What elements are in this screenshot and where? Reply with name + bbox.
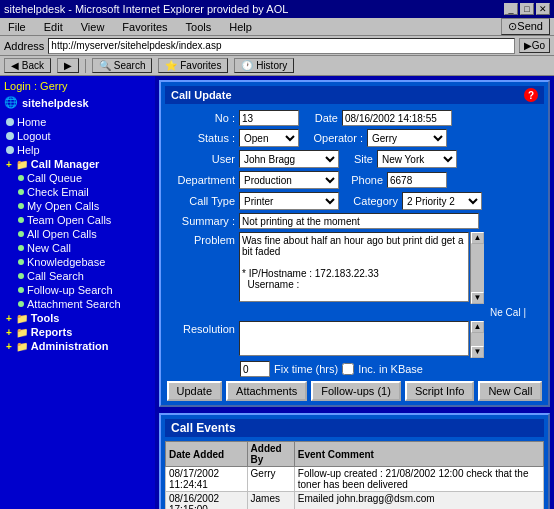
folder-icon: 📁	[16, 159, 28, 170]
attachments-button[interactable]: Attachments	[226, 381, 307, 401]
status-select[interactable]: Open Closed Pending	[239, 129, 299, 147]
sidebar-item-team-open-calls[interactable]: Team Open Calls	[4, 213, 151, 227]
close-button[interactable]: ✕	[536, 3, 550, 15]
inc-kbase-label: Inc. in KBase	[358, 363, 423, 375]
sidebar-item-call-manager[interactable]: + 📁 Call Manager	[4, 157, 151, 171]
event-date-1: 08/16/2002 17:15:00	[166, 492, 248, 510]
calltype-label: Call Type	[165, 195, 235, 207]
sidebar-item-logout[interactable]: Logout	[4, 129, 151, 143]
events-table: Date Added Added By Event Comment 08/17/…	[165, 441, 544, 509]
menu-file[interactable]: File	[4, 20, 30, 34]
menu-edit[interactable]: Edit	[40, 20, 67, 34]
category-select[interactable]: 2 Priority 2	[402, 192, 482, 210]
folder-icon: 📁	[16, 327, 28, 338]
minimize-button[interactable]: _	[504, 3, 518, 15]
subitem-icon	[18, 175, 24, 181]
help-icon[interactable]: ?	[524, 88, 538, 102]
sidebar-item-check-email[interactable]: Check Email	[4, 185, 151, 199]
sidebar-item-followup-search[interactable]: Follow-up Search	[4, 283, 151, 297]
menu-view[interactable]: View	[77, 20, 109, 34]
title-bar: sitehelpdesk - Microsoft Internet Explor…	[0, 0, 554, 18]
dept-select[interactable]: Production	[239, 171, 339, 189]
resolution-row: Resolution ▲ ▼	[165, 321, 544, 358]
inc-kbase-checkbox[interactable]	[342, 363, 354, 375]
problem-textarea[interactable]: Was fine about half an hour ago but prin…	[239, 232, 469, 302]
sidebar: Login : Gerry 🌐 sitehelpdesk Home Logout…	[0, 76, 155, 509]
forward-button[interactable]: ▶	[57, 58, 79, 73]
favorites-button[interactable]: ⭐ Favorites	[158, 58, 228, 73]
menu-favorites[interactable]: Favorites	[118, 20, 171, 34]
col-added-by: Added By	[247, 442, 294, 467]
resolution-scrollbar[interactable]: ▲ ▼	[470, 321, 484, 358]
event-by-1: James	[247, 492, 294, 510]
update-button[interactable]: Update	[167, 381, 222, 401]
menu-tools[interactable]: Tools	[182, 20, 216, 34]
window-controls: _ □ ✕	[504, 3, 550, 15]
menu-bar: File Edit View Favorites Tools Help ⊙Sen…	[0, 18, 554, 36]
event-by-0: Gerry	[247, 467, 294, 492]
calltype-select[interactable]: Printer	[239, 192, 339, 210]
date-input[interactable]	[342, 110, 452, 126]
followups-button[interactable]: Follow-ups (1)	[311, 381, 401, 401]
sidebar-item-call-queue[interactable]: Call Queue	[4, 171, 151, 185]
sidebar-logo: 🌐 sitehelpdesk	[4, 96, 151, 109]
date-label: Date	[303, 112, 338, 124]
user-label: User	[165, 153, 235, 165]
home-icon	[6, 118, 14, 126]
ne-cal-row: Ne Cal |	[165, 307, 526, 318]
sidebar-item-new-call[interactable]: New Call	[4, 241, 151, 255]
problem-scrollbar[interactable]: ▲ ▼	[470, 232, 484, 304]
send-button[interactable]: ⊙Send	[501, 18, 550, 35]
no-input[interactable]	[239, 110, 299, 126]
folder-icon: 📁	[16, 341, 28, 352]
dept-phone-row: Department Production Phone	[165, 171, 544, 189]
address-bar: Address ▶Go	[0, 36, 554, 56]
sidebar-item-reports[interactable]: + 📁 Reports	[4, 325, 151, 339]
sidebar-item-my-open-calls[interactable]: My Open Calls	[4, 199, 151, 213]
subitem-icon	[18, 245, 24, 251]
sidebar-item-all-open-calls[interactable]: All Open Calls	[4, 227, 151, 241]
scroll-down-btn[interactable]: ▼	[471, 346, 484, 358]
go-button[interactable]: ▶Go	[519, 38, 550, 53]
resolution-label: Resolution	[165, 321, 235, 335]
sidebar-item-knowledgebase[interactable]: Knowledgebase	[4, 255, 151, 269]
sidebar-item-administration[interactable]: + 📁 Administration	[4, 339, 151, 353]
resolution-textarea[interactable]	[239, 321, 469, 356]
problem-label: Problem	[165, 232, 235, 246]
summary-label: Summary :	[165, 215, 235, 227]
col-date: Date Added	[166, 442, 248, 467]
history-button[interactable]: 🕐 History	[234, 58, 294, 73]
summary-input[interactable]	[239, 213, 479, 229]
search-button[interactable]: 🔍 Search	[92, 58, 152, 73]
user-select[interactable]: John Bragg	[239, 150, 339, 168]
address-input[interactable]	[48, 38, 514, 54]
dept-label: Department	[165, 174, 235, 186]
category-label: Category	[343, 195, 398, 207]
site-select[interactable]: New York London Chicago	[377, 150, 457, 168]
maximize-button[interactable]: □	[520, 3, 534, 15]
sidebar-item-tools[interactable]: + 📁 Tools	[4, 311, 151, 325]
subitem-icon	[18, 301, 24, 307]
summary-row: Summary :	[165, 213, 544, 229]
menu-help[interactable]: Help	[225, 20, 256, 34]
fix-time-input[interactable]	[240, 361, 270, 377]
back-button[interactable]: ◀ Back	[4, 58, 51, 73]
sidebar-item-call-search[interactable]: Call Search	[4, 269, 151, 283]
script-info-button[interactable]: Script Info	[405, 381, 475, 401]
new-call-button[interactable]: New Call	[478, 381, 542, 401]
sidebar-item-attachment-search[interactable]: Attachment Search	[4, 297, 151, 311]
site-label: Site	[343, 153, 373, 165]
sidebar-item-home[interactable]: Home	[4, 115, 151, 129]
fix-time-row: Fix time (hrs) Inc. in KBase	[240, 361, 544, 377]
table-row: 08/17/2002 11:24:41 Gerry Follow-up crea…	[166, 467, 544, 492]
sidebar-item-help[interactable]: Help	[4, 143, 151, 157]
operator-select[interactable]: Gerry	[367, 129, 447, 147]
expand-icon: +	[6, 341, 12, 352]
content-area: Call Update ? No : Date Status : Open Cl…	[155, 76, 554, 509]
phone-input[interactable]	[387, 172, 447, 188]
calltype-category-row: Call Type Printer Category 2 Priority 2	[165, 192, 544, 210]
scroll-down-btn[interactable]: ▼	[471, 292, 484, 304]
scroll-up-btn[interactable]: ▲	[471, 321, 484, 333]
scroll-up-btn[interactable]: ▲	[471, 232, 484, 244]
subitem-icon	[18, 273, 24, 279]
